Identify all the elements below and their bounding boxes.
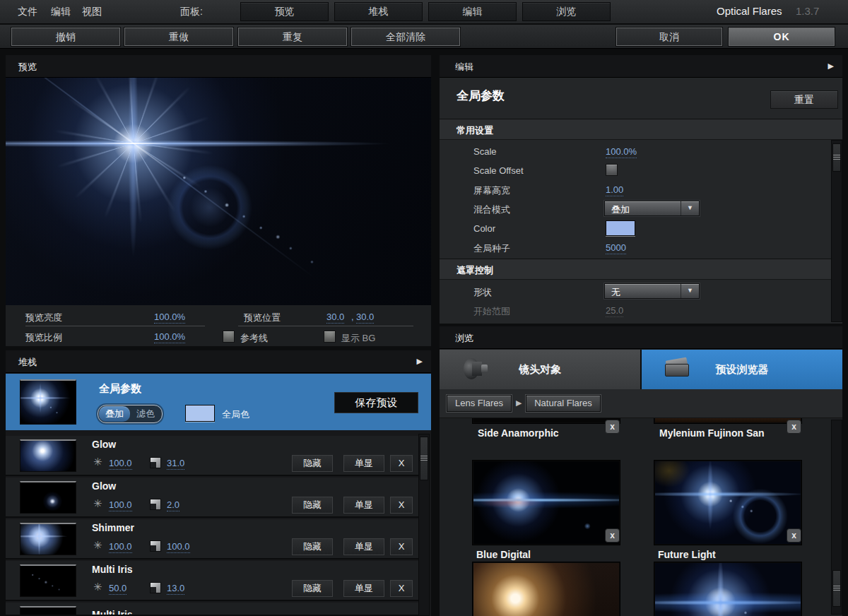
preview-position-x[interactable]: 30.0 — [326, 312, 344, 324]
duplicate-button[interactable]: 重复 — [238, 28, 347, 46]
preview-controls: 预览亮度 100.0% 预览比例 100.0% 预览位置 30.0 , 30.0… — [6, 305, 431, 346]
preset-thumb-future-light[interactable] — [654, 460, 802, 545]
tab-lens-objects[interactable]: 镜头对象 — [440, 350, 640, 389]
solo-button[interactable]: 单显 — [343, 538, 384, 555]
layer-scale-value[interactable]: 13.0 — [167, 583, 184, 595]
start-range-value: 25.0 — [606, 305, 623, 317]
blend-add-option[interactable]: 叠加 — [99, 406, 130, 422]
preset-thumb-mylenium-fujinon-san[interactable] — [654, 418, 802, 424]
stack-scrollbar-thumb[interactable] — [420, 437, 428, 480]
stack-scrollbar[interactable] — [418, 434, 430, 616]
editor-scrollbar-thumb[interactable] — [832, 143, 841, 172]
layer-brightness-value[interactable]: 100.0 — [109, 458, 132, 470]
stack-row-partial[interactable]: Multi Iris — [6, 603, 418, 616]
stack-row-glow-2[interactable]: Glow ✳ 100.0 2.0 隐藏 单显 X — [6, 478, 418, 518]
menu-edit[interactable]: 编辑 — [51, 6, 71, 18]
layer-name: Shimmer — [92, 522, 134, 533]
editor-scrollbar[interactable] — [831, 140, 842, 322]
global-parameters-title: 全局参数 — [99, 382, 141, 396]
scale-offset-label: Scale Offset — [473, 165, 524, 176]
panel-expand-icon[interactable]: ▶ — [828, 61, 834, 71]
common-settings-bar: 常用设置 — [440, 119, 842, 140]
blend-mode-dropdown[interactable]: 叠加 ▼ — [604, 201, 700, 216]
layer-brightness-value[interactable]: 100.0 — [109, 541, 132, 553]
stack-row-glow-1[interactable]: Glow ✳ 100.0 31.0 隐藏 单显 X — [6, 436, 418, 476]
panel-expand-icon[interactable]: ▶ — [417, 357, 423, 366]
stack-panel-title: 堆栈 — [18, 356, 37, 369]
remove-preset-button[interactable]: x — [787, 420, 801, 434]
layer-scale-value[interactable]: 100.0 — [167, 541, 190, 553]
guides-checkbox[interactable] — [223, 331, 235, 343]
layer-name: Multi Iris — [92, 564, 133, 575]
layer-name: Multi Iris — [92, 609, 133, 616]
breadcrumb-lens-flares[interactable]: Lens Flares — [447, 395, 512, 412]
solo-button[interactable]: 单显 — [343, 497, 384, 514]
aspect-value[interactable]: 1.00 — [606, 184, 623, 196]
remove-preset-button[interactable]: x — [605, 420, 620, 434]
shape-dropdown[interactable]: 无 ▼ — [604, 283, 700, 299]
delete-layer-button[interactable]: X — [390, 455, 413, 472]
preview-panel-header: 预览 — [6, 55, 431, 78]
hide-button[interactable]: 隐藏 — [292, 580, 333, 597]
scale-offset-checkbox[interactable] — [606, 164, 618, 176]
layer-scale-value[interactable]: 31.0 — [167, 458, 184, 470]
save-preset-button[interactable]: 保存预设 — [334, 392, 418, 413]
remove-preset-button[interactable]: x — [787, 528, 801, 543]
delete-layer-button[interactable]: X — [390, 497, 413, 514]
panel-tab-editor[interactable]: 编辑 — [428, 2, 517, 21]
blend-mode-selected: 叠加 — [611, 203, 630, 216]
preview-scale-label: 预览比例 — [25, 331, 62, 344]
stack-row-global-parameters[interactable]: 全局参数 叠加 滤色 全局色 保存预设 — [6, 374, 431, 430]
preview-panel: 预览 预览亮度 100.0% 预览比例 100.0% 预览位置 30.0 , 3… — [6, 55, 431, 346]
solo-button[interactable]: 单显 — [343, 455, 384, 472]
panel-tab-preview[interactable]: 预览 — [240, 2, 329, 21]
hide-button[interactable]: 隐藏 — [292, 497, 333, 514]
redo-button[interactable]: 重做 — [124, 28, 233, 46]
preset-thumb-side-anamorphic[interactable] — [472, 418, 620, 424]
cancel-button[interactable]: 取消 — [616, 28, 722, 46]
delete-layer-button[interactable]: X — [390, 538, 413, 555]
menu-file[interactable]: 文件 — [18, 6, 37, 18]
reset-button[interactable]: 重置 — [770, 90, 838, 109]
preview-position-y[interactable]: 30.0 — [356, 312, 374, 324]
solo-button[interactable]: 单显 — [343, 580, 384, 597]
seed-value[interactable]: 5000 — [606, 242, 626, 254]
scale-value[interactable]: 100.0% — [606, 146, 637, 158]
layer-scale-value[interactable]: 2.0 — [167, 499, 179, 511]
color-label: Color — [473, 223, 495, 234]
preset-thumb[interactable] — [654, 562, 802, 616]
hide-button[interactable]: 隐藏 — [292, 455, 333, 472]
clear-all-button[interactable]: 全部清除 — [351, 28, 460, 46]
app-title: Optical Flares — [717, 5, 782, 17]
blend-screen-option[interactable]: 滤色 — [130, 406, 161, 422]
blend-mode-toggle: 叠加 滤色 — [98, 405, 163, 423]
stack-thumbnail — [20, 379, 76, 425]
layer-brightness-value[interactable]: 100.0 — [109, 499, 132, 511]
breadcrumb-natural-flares[interactable]: Natural Flares — [526, 395, 601, 412]
tab-preset-browser[interactable]: 预设浏览器 — [642, 350, 842, 389]
stack-row-multi-iris[interactable]: Multi Iris ✳ 50.0 13.0 隐藏 单显 X — [6, 561, 418, 601]
stack-row-shimmer[interactable]: Shimmer ✳ 100.0 100.0 隐藏 单显 X — [6, 519, 418, 559]
global-color-swatch[interactable] — [185, 405, 215, 422]
remove-preset-button[interactable]: x — [605, 528, 620, 543]
browser-scrollbar[interactable] — [831, 420, 842, 615]
preset-thumb[interactable] — [472, 562, 620, 616]
show-bg-checkbox[interactable] — [324, 331, 336, 343]
preview-viewport[interactable] — [6, 78, 431, 305]
panel-tab-stack[interactable]: 堆栈 — [334, 2, 423, 21]
ok-button[interactable]: OK — [729, 28, 835, 46]
aspect-label: 屏幕高宽 — [473, 184, 510, 197]
menu-view[interactable]: 视图 — [82, 6, 102, 18]
preview-brightness-value[interactable]: 100.0% — [154, 312, 185, 324]
panel-tab-browser[interactable]: 浏览 — [522, 2, 611, 21]
color-swatch[interactable] — [606, 220, 635, 236]
scale-icon — [150, 499, 161, 510]
delete-layer-button[interactable]: X — [390, 580, 413, 597]
browser-scrollbar-thumb[interactable] — [832, 570, 841, 607]
layer-brightness-value[interactable]: 50.0 — [109, 583, 126, 595]
undo-button[interactable]: 撤销 — [11, 28, 120, 46]
preset-thumb-blue-digital[interactable] — [472, 460, 620, 545]
hide-button[interactable]: 隐藏 — [292, 538, 333, 555]
preview-scale-value[interactable]: 100.0% — [154, 331, 185, 343]
common-settings-title: 常用设置 — [457, 124, 493, 137]
